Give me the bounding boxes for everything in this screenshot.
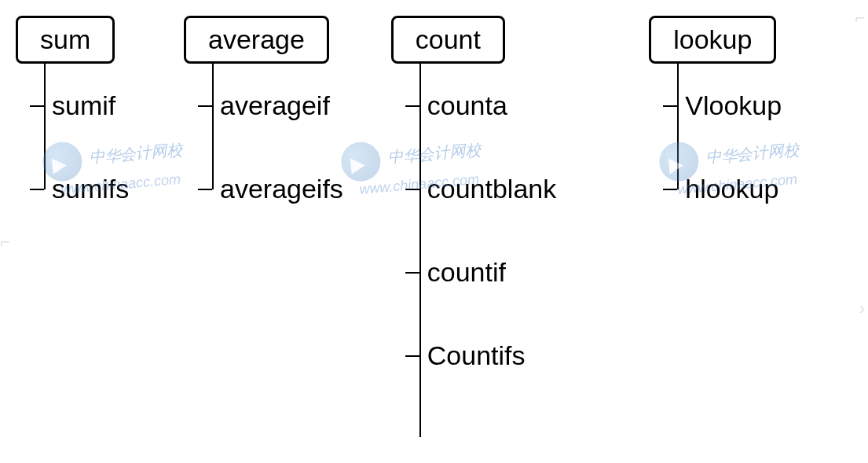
label-sumif: sumif — [52, 90, 115, 121]
label-sumifs: sumifs — [52, 174, 129, 204]
children-average: averageif averageifs — [198, 87, 343, 207]
label-averageif: averageif — [220, 90, 330, 121]
tree-lookup: lookup Vlookup hlookup — [649, 16, 860, 207]
child-countblank: countblank — [405, 171, 556, 207]
child-countifs: Countifs — [405, 337, 556, 373]
label-vlookup: Vlookup — [685, 90, 782, 121]
label-countifs: Countifs — [427, 340, 526, 371]
tree-count: count counta countblank countif Countifs — [391, 16, 649, 373]
child-countif: countif — [405, 254, 556, 290]
tree-sum: sum sumif sumifs — [16, 16, 184, 207]
label-counta: counta — [427, 90, 507, 121]
children-lookup: Vlookup hlookup — [663, 87, 782, 207]
label-averageifs: averageifs — [220, 174, 343, 204]
child-averageif: averageif — [198, 87, 343, 123]
child-vlookup: Vlookup — [663, 87, 782, 123]
root-lookup: lookup — [649, 16, 776, 64]
child-counta: counta — [405, 87, 556, 123]
child-sumif: sumif — [30, 87, 129, 123]
label-countif: countif — [427, 257, 506, 288]
root-count: count — [391, 16, 505, 64]
function-tree-diagram: sum sumif sumifs average averageif avera… — [0, 0, 868, 389]
child-averageifs: averageifs — [198, 171, 343, 207]
label-countblank: countblank — [427, 174, 556, 204]
root-average: average — [184, 16, 329, 64]
label-hlookup: hlookup — [685, 174, 778, 204]
child-hlookup: hlookup — [663, 171, 782, 207]
child-sumifs: sumifs — [30, 171, 129, 207]
tree-average: average averageif averageifs — [184, 16, 391, 207]
root-sum: sum — [16, 16, 115, 64]
children-count: counta countblank countif Countifs — [405, 87, 556, 373]
children-sum: sumif sumifs — [30, 87, 129, 207]
